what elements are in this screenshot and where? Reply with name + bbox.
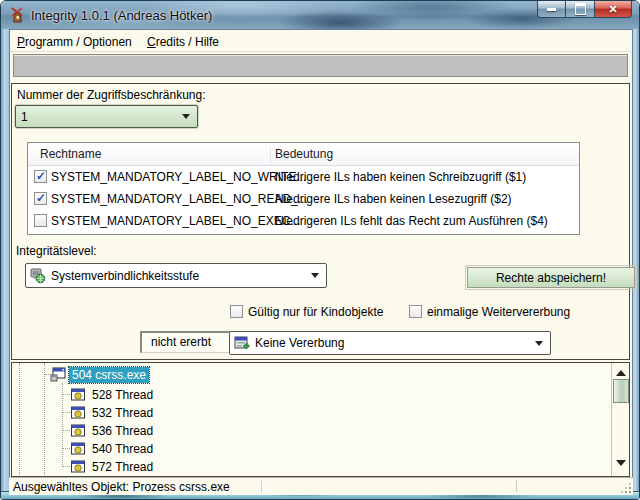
caption-buttons: ✕ <box>537 1 632 19</box>
inheritance-value: Keine Vererbung <box>250 336 535 350</box>
no-inheritance-icon <box>234 335 250 351</box>
tree-scrollbar[interactable] <box>611 363 629 476</box>
tree-connector <box>63 466 70 467</box>
status-divider <box>516 480 517 492</box>
menu-programm-optionen[interactable]: Programm / Optionen <box>13 33 136 51</box>
inheritance-status-box: nicht ererbt <box>140 331 230 353</box>
menu-label: rogramm / Optionen <box>25 35 132 49</box>
column-header-bedeutung[interactable]: Bedeutung <box>275 147 333 161</box>
integrity-level-value: Systemverbindlichkeitsstufe <box>46 269 311 283</box>
tree-item-label: 572 Thread <box>89 459 156 475</box>
tree-item-label: 536 Thread <box>89 423 156 439</box>
tree-item-process-csrss[interactable]: 504 csrss.exe <box>50 366 149 383</box>
menu-credits-hilfe[interactable]: Credits / Hilfe <box>143 33 223 51</box>
inheritance-select[interactable]: Keine Vererbung <box>229 331 551 355</box>
integrity-level-label: Integritätslevel: <box>16 244 97 258</box>
save-rights-button[interactable]: Rechte abspeichern! <box>467 267 635 288</box>
window-title: Integrity 1.0.1 (Andreas Hötker) <box>31 8 212 23</box>
status-divider <box>261 480 262 492</box>
tree-item-label: 504 csrss.exe <box>69 367 149 383</box>
tree-connector <box>63 430 70 431</box>
thread-icon <box>70 423 86 439</box>
scroll-down-icon[interactable] <box>616 460 626 466</box>
rights-row-no-execute[interactable]: SYSTEM_MANDATORY_LABEL_NO_EXEC... Niedri… <box>28 210 579 232</box>
status-text: Ausgewähltes Objekt: Prozess csrss.exe <box>13 480 230 494</box>
tree-connector <box>63 412 70 413</box>
right-name: SYSTEM_MANDATORY_LABEL_NO_EXEC... <box>51 214 300 228</box>
rights-panel: Nummer der Zugriffsbeschränkung: 1 Recht… <box>11 83 630 360</box>
tree-guide-line <box>19 363 20 475</box>
integrity-level-select[interactable]: Systemverbindlichkeitsstufe <box>25 263 327 288</box>
close-icon: ✕ <box>608 3 617 16</box>
rights-row-no-read[interactable]: SYSTEM_MANDATORY_LABEL_NO_READ_... Niedr… <box>28 188 579 210</box>
restriction-number-select[interactable]: 1 <box>15 105 198 128</box>
right-checkbox[interactable] <box>34 214 47 227</box>
tree-connector <box>63 448 70 449</box>
right-meaning: Niedrigeren ILs fehlt das Recht zum Ausf… <box>275 214 548 228</box>
process-tree[interactable]: 504 csrss.exe 528 Thread 5 <box>11 362 630 477</box>
rights-list-header: Rechtname Bedeutung <box>28 143 579 166</box>
right-meaning: Niedrigere ILs haben keinen Lesezugriff … <box>275 192 512 206</box>
right-name: SYSTEM_MANDATORY_LABEL_NO_READ_... <box>51 192 308 206</box>
tree-connector <box>63 394 70 395</box>
right-checkbox[interactable] <box>34 192 47 205</box>
thread-icon <box>70 459 86 475</box>
process-icon <box>50 367 66 383</box>
close-button[interactable]: ✕ <box>594 1 632 18</box>
windmill-app-icon <box>9 6 27 24</box>
scrollbar-thumb[interactable] <box>613 379 629 403</box>
menubar: Programm / Optionen Credits / Hilfe <box>10 31 632 52</box>
system-level-icon <box>30 268 46 284</box>
window-border-left <box>1 29 9 499</box>
menu-accel: C <box>147 35 156 49</box>
tree-guide-line <box>62 383 63 467</box>
tree-item-thread-528[interactable]: 528 Thread <box>70 386 156 403</box>
tree-item-thread-536[interactable]: 536 Thread <box>70 422 156 439</box>
status-bar: Ausgewähltes Objekt: Prozess csrss.exe <box>9 477 633 495</box>
tree-item-label: 528 Thread <box>89 387 156 403</box>
column-header-rechtname[interactable]: Rechtname <box>40 147 101 161</box>
menu-label: redits / Hilfe <box>156 35 219 49</box>
rights-list: Rechtname Bedeutung SYSTEM_MANDATORY_LAB… <box>27 142 580 235</box>
thread-icon <box>70 441 86 457</box>
tree-item-thread-572[interactable]: 572 Thread <box>70 458 156 475</box>
restriction-number-label: Nummer der Zugriffsbeschränkung: <box>17 88 206 102</box>
toolbar-placeholder-bar <box>13 54 628 77</box>
rights-row-no-write[interactable]: SYSTEM_MANDATORY_LABEL_NO_WRITE... Niedr… <box>28 166 579 188</box>
right-meaning: Niedrigere ILs haben keinen Schreibzugri… <box>275 170 526 184</box>
maximize-icon <box>575 3 586 15</box>
minimize-button[interactable] <box>537 1 566 18</box>
right-checkbox[interactable] <box>34 170 47 183</box>
child-objects-label: Gültig nur für Kindobjekte <box>248 305 383 319</box>
app-window: Integrity 1.0.1 (Andreas Hötker) ✕ Progr… <box>0 0 640 500</box>
titlebar[interactable]: Integrity 1.0.1 (Andreas Hötker) ✕ <box>1 1 640 29</box>
tree-guide-line <box>44 363 45 475</box>
tree-item-thread-540[interactable]: 540 Thread <box>70 440 156 457</box>
dropdown-arrow-icon <box>535 341 543 346</box>
child-objects-checkbox[interactable] <box>230 305 243 318</box>
resize-grip[interactable] <box>621 483 631 493</box>
single-inheritance-checkbox[interactable] <box>409 305 422 318</box>
single-inheritance-label: einmalige Weitervererbung <box>427 305 570 319</box>
scroll-up-icon[interactable] <box>616 370 626 376</box>
menu-accel: P <box>17 35 25 49</box>
minimize-icon <box>547 8 556 11</box>
thread-icon <box>70 387 86 403</box>
maximize-button[interactable] <box>566 1 594 18</box>
thread-icon <box>70 405 86 421</box>
restriction-number-value: 1 <box>16 110 182 124</box>
tree-item-label: 532 Thread <box>89 405 156 421</box>
tree-item-label: 540 Thread <box>89 441 156 457</box>
tree-item-thread-532[interactable]: 532 Thread <box>70 404 156 421</box>
right-name: SYSTEM_MANDATORY_LABEL_NO_WRITE... <box>51 170 306 184</box>
dropdown-arrow-icon <box>311 273 319 278</box>
dropdown-arrow-icon <box>182 114 190 119</box>
column-separator[interactable] <box>270 147 271 165</box>
